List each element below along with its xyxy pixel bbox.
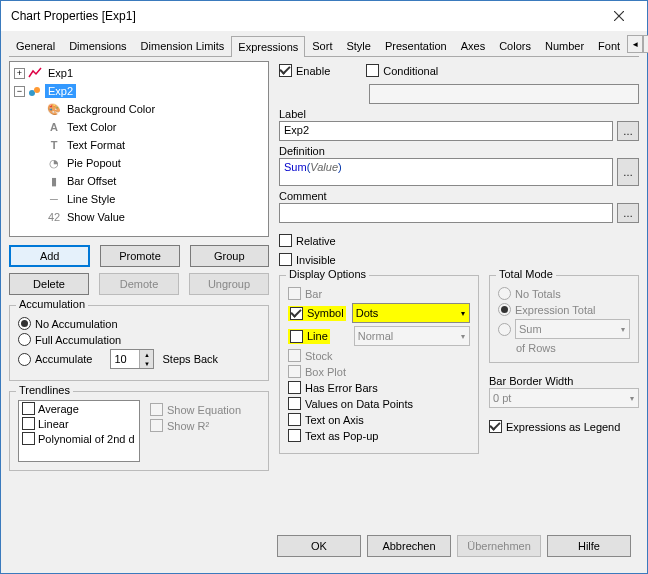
check-box-plot: Box Plot xyxy=(288,365,470,378)
tab-dimension-limits[interactable]: Dimension Limits xyxy=(134,35,232,56)
display-options-group: Display Options Bar Symbol Dots Line Nor… xyxy=(279,275,479,454)
radio-accumulate[interactable]: Accumulate ▲▼ Steps Back xyxy=(18,349,260,369)
trend-average[interactable]: Average xyxy=(19,401,139,416)
trend-linear[interactable]: Linear xyxy=(19,416,139,431)
label-edit-button[interactable]: … xyxy=(617,121,639,141)
tab-presentation[interactable]: Presentation xyxy=(378,35,454,56)
group-title: Total Mode xyxy=(496,268,556,280)
comment-input[interactable] xyxy=(279,203,613,223)
radio-icon xyxy=(498,303,511,316)
check-icon xyxy=(150,403,163,416)
radio-no-accumulation[interactable]: No Accumulation xyxy=(18,317,260,330)
tree-node-exp2[interactable]: − Exp2 xyxy=(12,82,266,100)
check-icon xyxy=(22,417,35,430)
conditional-input xyxy=(369,84,639,104)
check-icon xyxy=(288,413,301,426)
comment-edit-button[interactable]: … xyxy=(617,203,639,223)
tab-scroll-left[interactable]: ◄ xyxy=(627,35,643,53)
check-text-on-axis[interactable]: Text on Axis xyxy=(288,413,470,426)
check-bar: Bar xyxy=(288,287,470,300)
check-legend[interactable]: Expressions as Legend xyxy=(489,420,639,433)
radio-full-accumulation[interactable]: Full Accumulation xyxy=(18,333,260,346)
tab-font[interactable]: Font xyxy=(591,35,627,56)
tab-dimensions[interactable]: Dimensions xyxy=(62,35,133,56)
promote-button[interactable]: Promote xyxy=(100,245,179,267)
tree-node-bg-color[interactable]: 🎨Background Color xyxy=(12,100,266,118)
check-icon xyxy=(279,64,292,77)
check-icon xyxy=(290,330,303,343)
trendlines-list[interactable]: Average Linear Polynomial of 2nd d xyxy=(18,400,140,462)
titlebar: Chart Properties [Exp1] xyxy=(1,1,647,31)
expand-icon[interactable]: + xyxy=(14,68,25,79)
tab-general[interactable]: General xyxy=(9,35,62,56)
spin-down[interactable]: ▼ xyxy=(139,359,153,368)
check-show-equation: Show Equation xyxy=(150,403,260,416)
label-label: Label xyxy=(279,108,639,120)
check-conditional[interactable]: Conditional xyxy=(366,64,438,77)
label-input[interactable]: Exp2 xyxy=(279,121,613,141)
collapse-icon[interactable]: − xyxy=(14,86,25,97)
group-title: Trendlines xyxy=(16,384,73,396)
definition-input[interactable]: Sum(Value) xyxy=(279,158,613,186)
check-values-on-data[interactable]: Values on Data Points xyxy=(288,397,470,410)
check-icon xyxy=(150,419,163,432)
check-text-popup[interactable]: Text as Pop-up xyxy=(288,429,470,442)
group-button[interactable]: Group xyxy=(190,245,269,267)
spin-up[interactable]: ▲ xyxy=(139,350,153,359)
close-icon xyxy=(614,11,624,21)
chart-icon xyxy=(27,66,43,80)
check-invisible[interactable]: Invisible xyxy=(279,253,639,266)
steps-input[interactable] xyxy=(111,350,139,368)
bar-border-label: Bar Border Width xyxy=(489,375,639,387)
check-relative[interactable]: Relative xyxy=(279,234,639,247)
line-icon: ─ xyxy=(46,192,62,206)
tree-node-pie-popout[interactable]: ◔Pie Popout xyxy=(12,154,266,172)
definition-edit-button[interactable]: … xyxy=(617,158,639,186)
check-enable[interactable]: Enable xyxy=(279,64,330,77)
cancel-button[interactable]: Abbrechen xyxy=(367,535,451,557)
tab-scroll-right[interactable]: ► xyxy=(643,35,648,53)
radio-expr-total: Expression Total xyxy=(498,303,630,316)
trend-poly[interactable]: Polynomial of 2nd d xyxy=(19,431,139,446)
tree-node-line-style[interactable]: ─Line Style xyxy=(12,190,266,208)
check-symbol[interactable]: Symbol xyxy=(288,306,346,321)
tree-node-bar-offset[interactable]: ▮Bar Offset xyxy=(12,172,266,190)
tab-style[interactable]: Style xyxy=(339,35,377,56)
check-icon xyxy=(288,287,301,300)
tab-expressions[interactable]: Expressions xyxy=(231,36,305,57)
tab-number[interactable]: Number xyxy=(538,35,591,56)
trendlines-group: Trendlines Average Linear Polynomial of … xyxy=(9,391,269,471)
tab-colors[interactable]: Colors xyxy=(492,35,538,56)
help-button[interactable]: Hilfe xyxy=(547,535,631,557)
tab-sort[interactable]: Sort xyxy=(305,35,339,56)
expression-tree[interactable]: + Exp1 − Exp2 🎨Background Color AText Co… xyxy=(9,61,269,237)
value-icon: 42 xyxy=(46,210,62,224)
group-title: Accumulation xyxy=(16,298,88,310)
check-icon xyxy=(288,349,301,362)
demote-button: Demote xyxy=(99,273,179,295)
check-stock: Stock xyxy=(288,349,470,362)
symbol-dropdown[interactable]: Dots xyxy=(352,303,470,323)
delete-button[interactable]: Delete xyxy=(9,273,89,295)
total-dropdown: Sum xyxy=(515,319,630,339)
tab-axes[interactable]: Axes xyxy=(454,35,492,56)
check-icon xyxy=(279,234,292,247)
check-icon xyxy=(22,432,35,445)
radio-icon xyxy=(18,317,31,330)
window-title: Chart Properties [Exp1] xyxy=(11,9,599,23)
steps-spinner[interactable]: ▲▼ xyxy=(110,349,154,369)
line-dropdown: Normal xyxy=(354,326,470,346)
palette-icon: 🎨 xyxy=(46,102,62,116)
check-line[interactable]: Line xyxy=(288,329,330,344)
close-button[interactable] xyxy=(599,2,639,30)
tree-node-text-format[interactable]: TText Format xyxy=(12,136,266,154)
pie-icon: ◔ xyxy=(46,156,62,170)
tree-node-exp1[interactable]: + Exp1 xyxy=(12,64,266,82)
add-button[interactable]: Add xyxy=(9,245,90,267)
accumulation-group: Accumulation No Accumulation Full Accumu… xyxy=(9,305,269,381)
tree-node-show-value[interactable]: 42Show Value xyxy=(12,208,266,226)
dialog-buttons: OK Abbrechen Übernehmen Hilfe xyxy=(9,527,639,565)
check-error-bars[interactable]: Has Error Bars xyxy=(288,381,470,394)
tree-node-text-color[interactable]: AText Color xyxy=(12,118,266,136)
ok-button[interactable]: OK xyxy=(277,535,361,557)
